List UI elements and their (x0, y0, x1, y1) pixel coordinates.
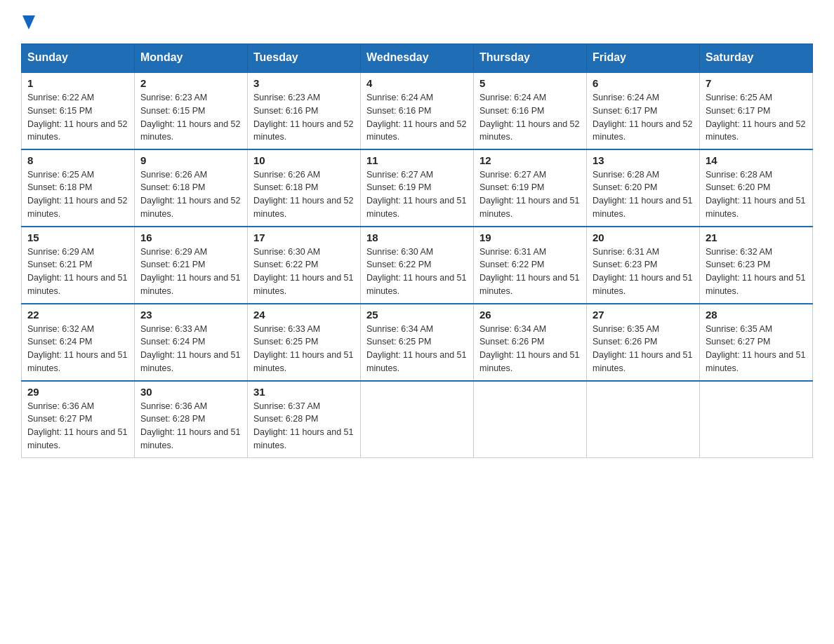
calendar-cell: 19 Sunrise: 6:31 AMSunset: 6:22 PMDaylig… (474, 227, 587, 304)
day-info: Sunrise: 6:30 AMSunset: 6:22 PMDaylight:… (253, 247, 353, 296)
day-info: Sunrise: 6:24 AMSunset: 6:17 PMDaylight:… (593, 93, 692, 142)
day-number: 29 (27, 386, 128, 398)
day-number: 3 (253, 77, 355, 89)
day-info: Sunrise: 6:34 AMSunset: 6:26 PMDaylight:… (479, 324, 579, 373)
logo (21, 14, 35, 29)
calendar-cell: 14 Sunrise: 6:28 AMSunset: 6:20 PMDaylig… (700, 149, 813, 227)
col-header-friday: Friday (587, 44, 700, 72)
calendar-cell: 11 Sunrise: 6:27 AMSunset: 6:19 PMDaylig… (361, 149, 474, 227)
col-header-thursday: Thursday (474, 44, 587, 72)
day-info: Sunrise: 6:22 AMSunset: 6:15 PMDaylight:… (27, 93, 127, 142)
day-number: 10 (253, 154, 355, 166)
calendar-cell (361, 381, 474, 458)
col-header-sunday: Sunday (22, 44, 135, 72)
calendar-cell: 20 Sunrise: 6:31 AMSunset: 6:23 PMDaylig… (587, 227, 700, 304)
calendar-cell: 25 Sunrise: 6:34 AMSunset: 6:25 PMDaylig… (361, 304, 474, 381)
day-number: 25 (366, 309, 468, 321)
day-info: Sunrise: 6:25 AMSunset: 6:17 PMDaylight:… (706, 93, 805, 142)
calendar-cell: 15 Sunrise: 6:29 AMSunset: 6:21 PMDaylig… (22, 227, 135, 304)
day-info: Sunrise: 6:33 AMSunset: 6:24 PMDaylight:… (140, 324, 240, 373)
day-info: Sunrise: 6:36 AMSunset: 6:28 PMDaylight:… (140, 401, 240, 450)
calendar-cell: 7 Sunrise: 6:25 AMSunset: 6:17 PMDayligh… (700, 72, 813, 149)
day-number: 4 (366, 77, 468, 89)
calendar-cell: 12 Sunrise: 6:27 AMSunset: 6:19 PMDaylig… (474, 149, 587, 227)
day-number: 26 (479, 309, 581, 321)
day-info: Sunrise: 6:29 AMSunset: 6:21 PMDaylight:… (140, 247, 240, 296)
day-info: Sunrise: 6:23 AMSunset: 6:15 PMDaylight:… (140, 93, 240, 142)
calendar-cell: 23 Sunrise: 6:33 AMSunset: 6:24 PMDaylig… (135, 304, 248, 381)
calendar-cell: 30 Sunrise: 6:36 AMSunset: 6:28 PMDaylig… (135, 381, 248, 458)
day-info: Sunrise: 6:35 AMSunset: 6:26 PMDaylight:… (593, 324, 692, 373)
day-number: 27 (593, 309, 694, 321)
day-info: Sunrise: 6:26 AMSunset: 6:18 PMDaylight:… (140, 170, 240, 219)
day-info: Sunrise: 6:36 AMSunset: 6:27 PMDaylight:… (27, 401, 127, 450)
day-number: 20 (593, 232, 694, 243)
day-info: Sunrise: 6:37 AMSunset: 6:28 PMDaylight:… (253, 401, 353, 450)
calendar-cell: 5 Sunrise: 6:24 AMSunset: 6:16 PMDayligh… (474, 72, 587, 149)
calendar-table: SundayMondayTuesdayWednesdayThursdayFrid… (21, 43, 813, 458)
day-number: 11 (366, 154, 468, 166)
day-info: Sunrise: 6:23 AMSunset: 6:16 PMDaylight:… (253, 93, 353, 142)
day-number: 2 (140, 77, 241, 89)
day-info: Sunrise: 6:24 AMSunset: 6:16 PMDaylight:… (366, 93, 466, 142)
day-info: Sunrise: 6:34 AMSunset: 6:25 PMDaylight:… (366, 324, 466, 373)
logo-arrow-icon (22, 15, 35, 29)
day-number: 21 (706, 232, 807, 243)
day-info: Sunrise: 6:24 AMSunset: 6:16 PMDaylight:… (479, 93, 579, 142)
day-number: 24 (253, 309, 355, 321)
calendar-cell: 3 Sunrise: 6:23 AMSunset: 6:16 PMDayligh… (248, 72, 361, 149)
day-info: Sunrise: 6:31 AMSunset: 6:23 PMDaylight:… (593, 247, 692, 296)
day-number: 28 (706, 309, 807, 321)
day-number: 7 (706, 77, 807, 89)
day-number: 22 (27, 309, 128, 321)
day-number: 16 (140, 232, 241, 243)
calendar-cell: 2 Sunrise: 6:23 AMSunset: 6:15 PMDayligh… (135, 72, 248, 149)
day-number: 5 (479, 77, 581, 89)
day-number: 19 (479, 232, 581, 243)
col-header-monday: Monday (135, 44, 248, 72)
day-number: 14 (706, 154, 807, 166)
day-number: 31 (253, 386, 355, 398)
col-header-tuesday: Tuesday (248, 44, 361, 72)
calendar-cell (700, 381, 813, 458)
day-number: 18 (366, 232, 468, 243)
calendar-cell (474, 381, 587, 458)
day-info: Sunrise: 6:28 AMSunset: 6:20 PMDaylight:… (593, 170, 692, 219)
day-number: 12 (479, 154, 581, 166)
calendar-cell: 10 Sunrise: 6:26 AMSunset: 6:18 PMDaylig… (248, 149, 361, 227)
col-header-wednesday: Wednesday (361, 44, 474, 72)
day-info: Sunrise: 6:29 AMSunset: 6:21 PMDaylight:… (27, 247, 127, 296)
day-info: Sunrise: 6:32 AMSunset: 6:23 PMDaylight:… (706, 247, 805, 296)
day-number: 23 (140, 309, 241, 321)
calendar-cell (587, 381, 700, 458)
day-number: 1 (27, 77, 128, 89)
calendar-cell: 4 Sunrise: 6:24 AMSunset: 6:16 PMDayligh… (361, 72, 474, 149)
calendar-cell: 16 Sunrise: 6:29 AMSunset: 6:21 PMDaylig… (135, 227, 248, 304)
calendar-cell: 31 Sunrise: 6:37 AMSunset: 6:28 PMDaylig… (248, 381, 361, 458)
col-header-saturday: Saturday (700, 44, 813, 72)
day-info: Sunrise: 6:26 AMSunset: 6:18 PMDaylight:… (253, 170, 353, 219)
day-number: 17 (253, 232, 355, 243)
calendar-cell: 17 Sunrise: 6:30 AMSunset: 6:22 PMDaylig… (248, 227, 361, 304)
calendar-cell: 1 Sunrise: 6:22 AMSunset: 6:15 PMDayligh… (22, 72, 135, 149)
day-number: 8 (27, 154, 128, 166)
calendar-cell: 22 Sunrise: 6:32 AMSunset: 6:24 PMDaylig… (22, 304, 135, 381)
calendar-cell: 9 Sunrise: 6:26 AMSunset: 6:18 PMDayligh… (135, 149, 248, 227)
day-number: 30 (140, 386, 241, 398)
day-info: Sunrise: 6:33 AMSunset: 6:25 PMDaylight:… (253, 324, 353, 373)
calendar-cell: 13 Sunrise: 6:28 AMSunset: 6:20 PMDaylig… (587, 149, 700, 227)
day-info: Sunrise: 6:30 AMSunset: 6:22 PMDaylight:… (366, 247, 466, 296)
calendar-cell: 18 Sunrise: 6:30 AMSunset: 6:22 PMDaylig… (361, 227, 474, 304)
calendar-cell: 24 Sunrise: 6:33 AMSunset: 6:25 PMDaylig… (248, 304, 361, 381)
calendar-cell: 27 Sunrise: 6:35 AMSunset: 6:26 PMDaylig… (587, 304, 700, 381)
calendar-cell: 29 Sunrise: 6:36 AMSunset: 6:27 PMDaylig… (22, 381, 135, 458)
svg-marker-0 (22, 15, 35, 29)
calendar-cell: 8 Sunrise: 6:25 AMSunset: 6:18 PMDayligh… (22, 149, 135, 227)
day-number: 15 (27, 232, 128, 243)
calendar-cell: 26 Sunrise: 6:34 AMSunset: 6:26 PMDaylig… (474, 304, 587, 381)
day-info: Sunrise: 6:28 AMSunset: 6:20 PMDaylight:… (706, 170, 805, 219)
day-info: Sunrise: 6:25 AMSunset: 6:18 PMDaylight:… (27, 170, 127, 219)
day-info: Sunrise: 6:35 AMSunset: 6:27 PMDaylight:… (706, 324, 805, 373)
day-number: 6 (593, 77, 694, 89)
calendar-cell: 6 Sunrise: 6:24 AMSunset: 6:17 PMDayligh… (587, 72, 700, 149)
